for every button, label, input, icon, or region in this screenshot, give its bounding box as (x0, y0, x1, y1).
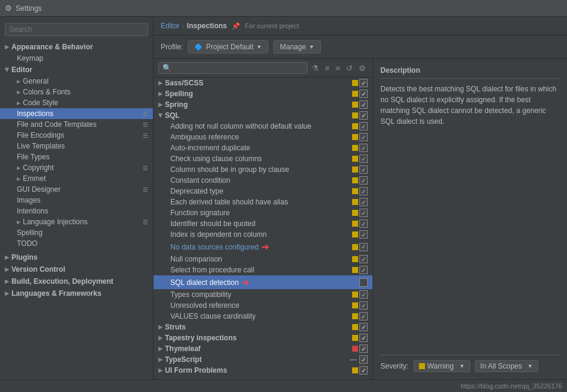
group-spring[interactable]: ▶ Spring ✓ (153, 99, 373, 110)
sidebar-item-plugins[interactable]: ▶ Plugins (0, 251, 153, 263)
manage-label: Manage (280, 43, 306, 51)
sidebar-item-version-control[interactable]: ▶ Version Control (0, 263, 153, 275)
profile-select-button[interactable]: 🔷 Project Default ▼ (188, 40, 268, 54)
tree-item[interactable]: No data sources configured➜✓ (153, 240, 373, 254)
tree-item[interactable]: Column should be in group by clause✓ (153, 164, 373, 175)
checkbox[interactable] (359, 278, 368, 287)
tree-item[interactable]: Check using clause columns✓ (153, 153, 373, 164)
scope-select[interactable]: In All Scopes ▼ (475, 360, 538, 372)
sidebar-item-intentions[interactable]: Intentions (0, 206, 153, 216)
sidebar-item-gui-designer[interactable]: GUI Designer ☰ (0, 184, 153, 195)
tree-item[interactable]: Unresolved reference✓ (153, 300, 373, 311)
checkbox[interactable]: ✓ (359, 323, 368, 331)
tree-item[interactable]: Index is dependent on column✓ (153, 229, 373, 240)
sidebar-item-appearance[interactable]: ▶ Appearance & Behavior (0, 41, 153, 53)
checkbox[interactable]: ✓ (359, 301, 368, 310)
checkbox[interactable]: ✓ (359, 209, 368, 217)
sidebar-item-images[interactable]: Images (0, 195, 153, 206)
filter-button[interactable]: ⚗ (310, 63, 321, 74)
checkbox[interactable]: ✓ (359, 290, 368, 299)
sidebar-item-emmet[interactable]: ▶ Emmet (0, 173, 153, 184)
sidebar-item-general[interactable]: ▶ General (0, 76, 153, 87)
checkbox[interactable]: ✓ (359, 355, 368, 364)
group-ui-form-problems[interactable]: ▶ UI Form Problems ✓ (153, 365, 373, 376)
checkbox[interactable]: ✓ (359, 111, 368, 120)
checkbox[interactable]: ✓ (359, 79, 368, 87)
tree-item[interactable]: Null comparison✓ (153, 254, 373, 265)
checkbox[interactable]: ✓ (359, 90, 368, 98)
sidebar-item-spelling[interactable]: Spelling (0, 227, 153, 238)
description-title: Description (380, 66, 560, 79)
expand-all-button[interactable]: ≡ (323, 63, 332, 74)
sidebar-item-copyright[interactable]: ▶ Copyright ☰ (0, 162, 153, 173)
sidebar-item-inspections[interactable]: Inspections ☰ (0, 108, 153, 119)
collapse-all-button[interactable]: ≡ (333, 63, 342, 74)
checkbox[interactable]: ✓ (359, 266, 368, 274)
tree-item[interactable]: Identifier should be quoted✓ (153, 218, 373, 229)
checkbox[interactable]: ✓ (359, 122, 368, 130)
tree-item[interactable]: Function signature✓ (153, 207, 373, 218)
arrow-icon: ▶ (158, 324, 163, 330)
checkbox[interactable]: ✓ (359, 165, 368, 174)
sidebar-item-file-code-templates[interactable]: File and Code Templates ☰ (0, 119, 153, 130)
severity-warning-select[interactable]: Warning ▼ (414, 360, 470, 372)
sidebar-search-input[interactable] (5, 23, 148, 36)
group-spelling[interactable]: ▶ Spelling ✓ (153, 88, 373, 99)
reset-button[interactable]: ↺ (344, 63, 355, 74)
checkbox[interactable]: ✓ (359, 187, 368, 195)
checkbox[interactable]: ✓ (359, 219, 368, 228)
tree-item[interactable]: Types compatibility✓ (153, 289, 373, 300)
group-struts[interactable]: ▶ Struts ✓ (153, 322, 373, 332)
sidebar-item-code-style[interactable]: ▶ Code Style (0, 97, 153, 108)
checkbox[interactable]: ✓ (359, 366, 368, 375)
sidebar-item-colors-fonts[interactable]: ▶ Colors & Fonts (0, 87, 153, 97)
sidebar-item-editor[interactable]: ▶ Editor (0, 64, 153, 76)
checkbox[interactable]: ✓ (359, 230, 368, 239)
tree-item[interactable]: Deprecated type✓ (153, 186, 373, 197)
checkbox[interactable]: ✓ (359, 345, 368, 353)
group-sql[interactable]: ▶ SQL ✓ (153, 110, 373, 121)
group-typescript[interactable]: ▶ TypeScript — ✓ (153, 354, 373, 365)
checkbox[interactable]: ✓ (359, 312, 368, 320)
tree-item[interactable]: Adding not null column without default v… (153, 121, 373, 132)
tree-item[interactable]: Auto-increment duplicate✓ (153, 142, 373, 153)
tree-item[interactable]: Ambiguous reference✓ (153, 132, 373, 142)
severity-indicator (352, 112, 358, 118)
severity-label: Severity: (380, 362, 409, 370)
checkbox[interactable]: ✓ (359, 144, 368, 152)
checkbox[interactable]: ✓ (359, 155, 368, 163)
arrow-icon: ▶ (5, 290, 9, 296)
tree-item[interactable]: Select from procedure call✓ (153, 265, 373, 275)
sidebar-item-language-injections[interactable]: ▶ Language Injections ☰ (0, 216, 153, 227)
right-panel: Editor › Inspections 📌 For current proje… (153, 17, 567, 379)
tree-item[interactable]: SQL dialect detection➜ (153, 275, 373, 289)
checkbox[interactable]: ✓ (359, 133, 368, 141)
checkbox[interactable]: ✓ (359, 243, 368, 251)
tree-item[interactable]: VALUES clause cardinality✓ (153, 311, 373, 322)
tree-item[interactable]: Constant condition✓ (153, 175, 373, 186)
breadcrumb-parent[interactable]: Editor (161, 22, 179, 30)
group-tapestry[interactable]: ▶ Tapestry inspections ✓ (153, 332, 373, 343)
sidebar-item-build-execution[interactable]: ▶ Build, Execution, Deployment (0, 275, 153, 287)
group-thymeleaf[interactable]: ▶ Thymeleaf ✓ (153, 343, 373, 354)
checkbox[interactable]: ✓ (359, 100, 368, 109)
sidebar-item-file-types[interactable]: File Types (0, 152, 153, 162)
severity-indicator (352, 210, 358, 216)
checkbox[interactable]: ✓ (359, 255, 368, 263)
severity-indicator (352, 244, 358, 250)
severity-dash: — (350, 355, 358, 364)
sidebar-item-languages-frameworks[interactable]: ▶ Languages & Frameworks (0, 287, 153, 299)
checkbox[interactable]: ✓ (359, 198, 368, 206)
settings-button[interactable]: ⚙ (357, 63, 368, 74)
tree-item[interactable]: Each derived table should have alias✓ (153, 197, 373, 207)
sidebar-item-live-templates[interactable]: Live Templates (0, 141, 153, 152)
checkbox[interactable]: ✓ (359, 176, 368, 185)
severity-indicator (352, 188, 358, 194)
sidebar-item-keymap[interactable]: Keymap (0, 53, 153, 64)
inspection-search-input[interactable] (158, 62, 308, 74)
sidebar-item-todo[interactable]: TODO (0, 238, 153, 249)
checkbox[interactable]: ✓ (359, 334, 368, 342)
group-sass-scss[interactable]: ▶ Sass/SCSS ✓ (153, 78, 373, 88)
sidebar-item-file-encodings[interactable]: File Encodings ☰ (0, 130, 153, 141)
manage-button[interactable]: Manage ▼ (273, 40, 321, 54)
